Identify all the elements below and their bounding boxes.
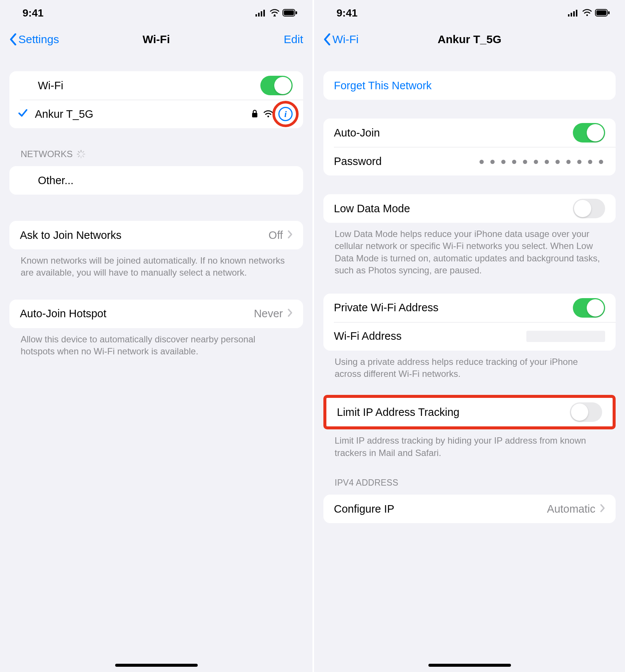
- ask-join-row[interactable]: Ask to Join Networks Off: [9, 221, 303, 249]
- back-button[interactable]: Wi-Fi: [323, 33, 391, 46]
- chevron-right-icon: [287, 229, 293, 242]
- chevron-left-icon: [323, 33, 331, 45]
- back-button[interactable]: Settings: [9, 33, 77, 46]
- svg-rect-2: [261, 11, 262, 16]
- wifi-icon: [582, 7, 592, 19]
- svg-point-4: [274, 14, 275, 16]
- status-bar: 9:41: [0, 0, 312, 26]
- svg-rect-1: [258, 13, 260, 16]
- password-row[interactable]: Password ● ● ● ● ● ● ● ● ● ● ● ●: [323, 147, 616, 176]
- home-indicator[interactable]: [428, 664, 511, 667]
- chevron-right-icon: [600, 503, 605, 515]
- wifiaddr-label: Wi-Fi Address: [334, 330, 526, 342]
- hotspot-label: Auto-Join Hotspot: [20, 308, 254, 320]
- autojoin-label: Auto-Join: [334, 127, 573, 139]
- ipv4-header: IPV4 ADDRESS: [323, 459, 616, 492]
- wifi-toggle-row[interactable]: Wi-Fi: [9, 71, 303, 100]
- wifi-icon: [270, 7, 279, 19]
- left-screen: 9:41 Settings Wi-Fi Edit Wi-Fi Ankur T_5…: [0, 0, 312, 672]
- wifiaddr-value: [526, 331, 605, 342]
- limit-toggle[interactable]: [570, 402, 602, 422]
- password-label: Password: [334, 155, 479, 168]
- cellular-icon: [255, 7, 267, 19]
- status-time: 9:41: [337, 7, 358, 19]
- wifi-toggle[interactable]: [260, 76, 293, 95]
- svg-rect-24: [596, 10, 607, 15]
- svg-rect-7: [296, 11, 297, 14]
- svg-rect-21: [576, 10, 577, 16]
- hotspot-row[interactable]: Auto-Join Hotspot Never: [9, 300, 303, 328]
- lowdata-toggle[interactable]: [573, 199, 605, 218]
- privateaddr-footer: Using a private address helps reduce tra…: [323, 351, 616, 380]
- edit-button[interactable]: Edit: [236, 33, 303, 46]
- lowdata-row[interactable]: Low Data Mode: [323, 194, 616, 223]
- wifi-label: Wi-Fi: [38, 80, 260, 92]
- ipv4-group: Configure IP Automatic: [323, 495, 616, 523]
- forget-label: Forget This Network: [334, 80, 605, 92]
- configip-row[interactable]: Configure IP Automatic: [323, 495, 616, 523]
- network-name: Ankur T_5G: [35, 108, 251, 120]
- svg-rect-3: [263, 10, 265, 16]
- svg-rect-8: [252, 113, 257, 117]
- configip-label: Configure IP: [334, 503, 547, 515]
- ask-group: Ask to Join Networks Off: [9, 221, 303, 249]
- svg-line-12: [78, 152, 80, 153]
- networks-header: NETWORKS: [9, 128, 303, 163]
- svg-line-16: [78, 156, 80, 157]
- svg-line-13: [83, 156, 84, 157]
- connected-network-row[interactable]: Ankur T_5G i: [9, 100, 303, 128]
- info-icon[interactable]: i: [278, 107, 293, 121]
- privateaddr-label: Private Wi-Fi Address: [334, 302, 573, 314]
- privateaddr-toggle[interactable]: [573, 298, 605, 318]
- autojoin-row[interactable]: Auto-Join: [323, 118, 616, 147]
- right-screen: 9:41 Wi-Fi Ankur T_5G Forget This Networ…: [312, 0, 625, 672]
- other-row[interactable]: Other...: [9, 166, 303, 195]
- forget-row[interactable]: Forget This Network: [323, 71, 616, 100]
- hotspot-value: Never: [254, 308, 283, 320]
- privateaddr-group: Private Wi-Fi Address Wi-Fi Address: [323, 294, 616, 351]
- nav-bar: Wi-Fi Ankur T_5G: [314, 26, 625, 52]
- password-value: ● ● ● ● ● ● ● ● ● ● ● ●: [479, 156, 605, 167]
- hotspot-group: Auto-Join Hotspot Never: [9, 300, 303, 328]
- svg-line-17: [83, 152, 84, 153]
- forget-group: Forget This Network: [323, 71, 616, 100]
- ask-footer: Known networks will be joined automatica…: [9, 249, 303, 279]
- configip-value: Automatic: [547, 503, 595, 515]
- lowdata-group: Low Data Mode: [323, 194, 616, 223]
- svg-point-9: [267, 116, 269, 117]
- wifi-signal-icon: [263, 108, 273, 120]
- wifiaddr-row[interactable]: Wi-Fi Address: [323, 322, 616, 351]
- svg-rect-25: [608, 11, 610, 14]
- status-time: 9:41: [23, 7, 44, 19]
- status-icons: [568, 7, 610, 19]
- autojoin-toggle[interactable]: [573, 123, 605, 142]
- home-indicator[interactable]: [115, 664, 198, 667]
- chevron-right-icon: [287, 308, 293, 320]
- nav-bar: Settings Wi-Fi Edit: [0, 26, 312, 52]
- status-icons: [255, 7, 297, 19]
- lowdata-footer: Low Data Mode helps reduce your iPhone d…: [323, 223, 616, 277]
- join-group: Auto-Join Password ● ● ● ● ● ● ● ● ● ● ●…: [323, 118, 616, 176]
- battery-icon: [282, 7, 297, 19]
- wifi-group: Wi-Fi Ankur T_5G i: [9, 71, 303, 128]
- ask-label: Ask to Join Networks: [20, 229, 269, 242]
- checkmark-icon: [18, 108, 28, 121]
- limit-footer: Limit IP address tracking by hiding your…: [323, 429, 616, 459]
- chevron-left-icon: [9, 33, 17, 45]
- hotspot-footer: Allow this device to automatically disco…: [9, 328, 303, 358]
- svg-rect-19: [571, 13, 572, 16]
- status-bar: 9:41: [314, 0, 625, 26]
- svg-rect-18: [568, 14, 569, 16]
- battery-icon: [595, 7, 610, 19]
- svg-point-22: [586, 14, 588, 16]
- back-label: Wi-Fi: [332, 33, 359, 46]
- svg-rect-0: [255, 14, 257, 16]
- lock-icon: [251, 108, 258, 120]
- highlight-annotation: Limit IP Address Tracking: [323, 395, 616, 429]
- limit-label: Limit IP Address Tracking: [337, 406, 570, 418]
- limit-row[interactable]: Limit IP Address Tracking: [326, 398, 613, 426]
- other-networks-group: Other...: [9, 166, 303, 195]
- other-label: Other...: [38, 174, 293, 187]
- privateaddr-row[interactable]: Private Wi-Fi Address: [323, 294, 616, 322]
- svg-rect-6: [284, 10, 294, 15]
